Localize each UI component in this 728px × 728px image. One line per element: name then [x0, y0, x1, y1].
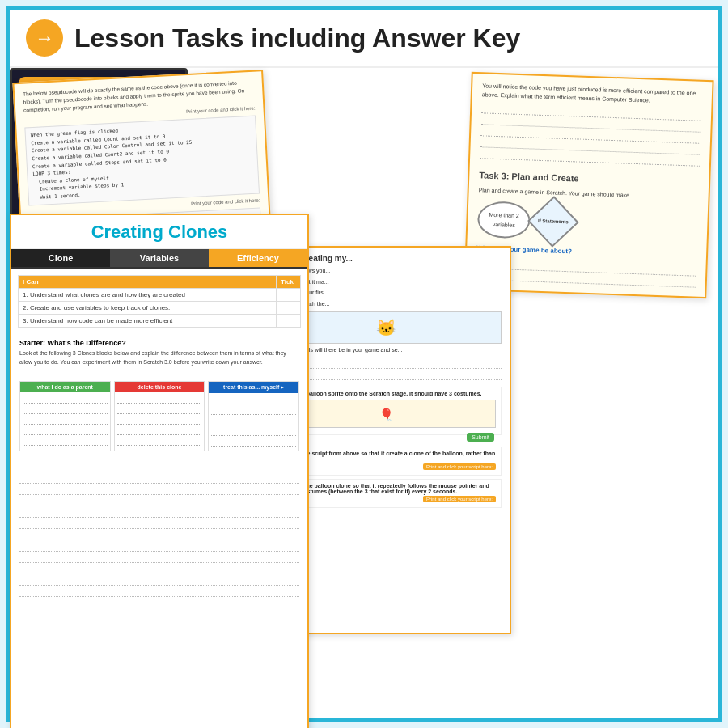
ican-table: I Can Tick 1. Understand what clones are… — [18, 275, 301, 328]
tick-3 — [277, 315, 301, 328]
tab-bar: Clone Variables Efficiency — [11, 249, 307, 269]
arrow-right-icon — [26, 19, 63, 57]
task-bullet-2: clones whilst it ma... — [278, 278, 502, 287]
outer-border: Lesson Tasks including Answer Key The be… — [6, 6, 722, 722]
three-col-grid: what I do as a parent delete this clone — [19, 381, 299, 451]
tab-efficiency[interactable]: Efficiency — [209, 249, 307, 267]
content-area: The below pseudocode will do exactly the… — [10, 68, 718, 726]
table-row: 3. Understand how code can be made more … — [19, 315, 301, 328]
header: Lesson Tasks including Answer Key — [10, 10, 718, 68]
diagram-row: More than 2 variables If Statements — [477, 201, 698, 244]
ican-item-2: 2. Create and use variables to keep trac… — [19, 302, 277, 315]
task-bullet-3: To create your firs... — [278, 289, 502, 298]
gc2-header: delete this clone — [115, 382, 205, 392]
task-bullet-1: Cloning allows you... — [278, 267, 502, 276]
answer-lines-1 — [480, 102, 701, 169]
print-btn-2[interactable]: Print and click your script here: — [423, 496, 496, 502]
ican-item-1: 1. Understand what clones are and how th… — [19, 289, 277, 302]
grid-col-1: what I do as a parent — [19, 381, 111, 451]
starter-text: Look at the following 3 Clones blocks be… — [19, 349, 299, 366]
grid-col-3: treat this as... myself ▸ — [208, 381, 299, 451]
submit-button[interactable]: Submit — [467, 433, 494, 442]
tab-clone[interactable]: Clone — [11, 249, 110, 267]
bottom-write-lines — [19, 459, 299, 599]
table-row: 1. Understand what clones are and how th… — [19, 289, 301, 302]
print-btn-1[interactable]: Print and click your script here: — [423, 463, 496, 470]
sheet-title-area: Creating Clones — [11, 215, 307, 249]
tab-variables[interactable]: Variables — [110, 249, 209, 267]
tick-2 — [277, 302, 301, 315]
sheet-main-title: Creating Clones — [11, 222, 307, 243]
diamond-if: If Statements — [527, 196, 579, 248]
tick-1 — [277, 289, 301, 302]
table-row: 2. Create and use variables to keep trac… — [19, 302, 301, 315]
task-bullet-4: begin to attach the... — [278, 300, 502, 309]
grid-col-2: delete this clone — [114, 381, 205, 451]
creating-clones-sheet: Creating Clones Clone Variables Efficien… — [10, 214, 309, 728]
starter-section: Starter: What's the Difference? Look at … — [11, 334, 307, 376]
oval-more-vars: More than 2 variables — [477, 201, 531, 239]
starter-title: Starter: What's the Difference? — [19, 339, 299, 347]
gc3-header: treat this as... myself ▸ — [209, 382, 298, 393]
ican-header: I Can — [19, 276, 277, 289]
page-title: Lesson Tasks including Answer Key — [74, 23, 520, 53]
ican-item-3: 3. Understand how code can be made more … — [19, 315, 277, 328]
tick-header: Tick — [277, 276, 301, 289]
code-block-1: When the green flag is clicked Create a … — [24, 116, 260, 205]
gc1-header: what I do as a parent — [20, 382, 110, 392]
